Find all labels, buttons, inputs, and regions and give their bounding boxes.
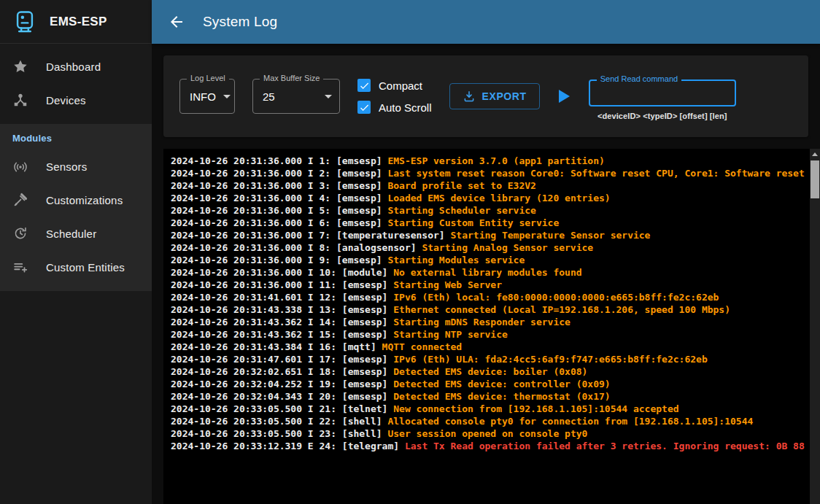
log-line: 2024-10-26 20:31:36.000 I 11: [emsesp] S… xyxy=(171,279,807,291)
log-line: 2024-10-26 20:31:36.000 I 7: [temperatur… xyxy=(171,229,807,241)
page-title: System Log xyxy=(203,14,277,30)
clock-refresh-icon xyxy=(12,225,28,241)
app-logo-icon xyxy=(12,9,38,35)
log-line-message: Starting Analog Sensor service xyxy=(422,242,593,253)
log-line-prefix: 2024-10-26 20:31:43.338 I 13: [emsesp] xyxy=(171,304,393,315)
playlist-add-icon xyxy=(12,259,28,275)
download-icon xyxy=(463,90,476,103)
log-line-prefix: 2024-10-26 20:31:36.000 I 8: [analogsens… xyxy=(171,242,422,253)
log-line: 2024-10-26 20:31:36.000 I 5: [emsesp] St… xyxy=(171,204,807,217)
compact-checkbox-row[interactable]: Compact xyxy=(357,79,432,92)
log-panel[interactable]: 2024-10-26 20:31:36.000 I 1: [emsesp] EM… xyxy=(163,149,820,504)
sidebar-item-label: Sensors xyxy=(46,160,87,173)
log-lines: 2024-10-26 20:31:36.000 I 1: [emsesp] EM… xyxy=(163,149,820,458)
compact-checkbox[interactable] xyxy=(357,79,371,92)
sidebar-item-label: Devices xyxy=(46,94,86,106)
log-line: 2024-10-26 20:31:41.601 I 12: [emsesp] I… xyxy=(171,291,807,303)
content: Log Level INFO Max Buffer Size 25 xyxy=(152,44,820,504)
log-line: 2024-10-26 20:32:02.651 I 18: [emsesp] D… xyxy=(171,365,807,378)
app-root: EMS-ESP Dashboard Devices xyxy=(0,0,820,504)
sidebar-modules-section: Modules Sensors xyxy=(0,124,152,291)
log-line: 2024-10-26 20:31:43.362 I 15: [emsesp] S… xyxy=(171,328,807,341)
autoscroll-checkbox-row[interactable]: Auto Scroll xyxy=(357,101,432,114)
play-icon[interactable] xyxy=(559,90,570,103)
appbar: System Log xyxy=(152,0,820,44)
log-line-message: Starting Temperature Sensor service xyxy=(451,230,651,241)
send-read-field: Send Read command xyxy=(589,80,736,106)
log-line: 2024-10-26 20:33:05.500 I 23: [shell] Us… xyxy=(171,427,807,440)
log-line: 2024-10-26 20:31:36.000 I 3: [emsesp] Bo… xyxy=(171,179,807,192)
sidebar-item-sensors[interactable]: Sensors xyxy=(0,150,152,183)
sidebar-item-label: Custom Entities xyxy=(46,261,125,274)
log-line: 2024-10-26 20:31:43.338 I 13: [emsesp] E… xyxy=(171,303,807,316)
triangle-up-icon xyxy=(812,152,818,156)
sidebar-item-customizations[interactable]: Customizations xyxy=(0,183,152,217)
main-area: System Log Log Level INFO Max Buffer Siz… xyxy=(152,0,820,504)
log-line: 2024-10-26 20:31:43.384 I 16: [mqtt] MQT… xyxy=(171,341,807,353)
autoscroll-checkbox[interactable] xyxy=(357,101,371,114)
log-line-message: Loaded EMS device library (120 entries) xyxy=(387,193,610,203)
max-buffer-select[interactable]: Max Buffer Size 25 xyxy=(252,79,340,114)
log-line-message: Starting NTP service xyxy=(393,329,508,340)
log-line-prefix: 2024-10-26 20:31:43.362 I 14: [emsesp] xyxy=(171,317,393,327)
log-line: 2024-10-26 20:31:36.000 I 1: [emsesp] EM… xyxy=(171,155,807,167)
log-line: 2024-10-26 20:31:36.000 I 2: [emsesp] La… xyxy=(171,167,807,179)
log-line-message: User session opened on console pty0 xyxy=(387,428,587,439)
sensors-icon xyxy=(12,158,28,174)
scrollbar-up-button[interactable] xyxy=(810,149,820,160)
log-line-prefix: 2024-10-26 20:33:05.500 I 21: [telnet] xyxy=(171,403,393,414)
sidebar-item-scheduler[interactable]: Scheduler xyxy=(0,217,152,250)
export-button[interactable]: EXPORT xyxy=(449,83,540,109)
check-icon xyxy=(359,80,370,91)
app-logo-row: EMS-ESP xyxy=(0,0,152,44)
log-line-prefix: 2024-10-26 20:33:05.500 I 22: [shell] xyxy=(171,416,387,427)
sidebar-item-devices[interactable]: Devices xyxy=(0,83,152,117)
app-title: EMS-ESP xyxy=(50,15,107,29)
log-line-prefix: 2024-10-26 20:31:36.000 I 2: [emsesp] xyxy=(171,168,387,179)
log-line-prefix: 2024-10-26 20:31:43.384 I 16: [mqtt] xyxy=(171,341,382,352)
autoscroll-checkbox-label: Auto Scroll xyxy=(379,101,432,114)
log-line-message: Starting Web Server xyxy=(393,279,502,290)
tools-icon xyxy=(12,192,28,208)
log-scrollbar[interactable] xyxy=(810,149,820,504)
log-level-label: Log Level xyxy=(187,74,229,82)
log-line-message: EMS-ESP version 3.7.0 (app1 partition) xyxy=(387,155,604,166)
log-line-message: Detected EMS device: thermostat (0x17) xyxy=(393,391,610,402)
log-line-prefix: 2024-10-26 20:31:47.601 I 17: [emsesp] xyxy=(171,354,393,365)
log-line: 2024-10-26 20:31:36.000 I 4: [emsesp] Lo… xyxy=(171,192,807,204)
log-line-message: Last system reset reason Core0: Software… xyxy=(387,168,807,179)
scrollbar-thumb[interactable] xyxy=(811,160,819,198)
log-line-message: Starting Custom Entity service xyxy=(387,217,559,228)
check-icon xyxy=(359,102,370,113)
log-line: 2024-10-26 20:32:04.343 I 20: [emsesp] D… xyxy=(171,390,807,403)
log-line-message: Last Tx Read operation failed after 3 re… xyxy=(405,441,805,451)
send-read-helper: <deviceID> <typeID> [offset] [len] xyxy=(597,112,727,120)
log-line-message: Starting mDNS Responder service xyxy=(393,317,570,327)
log-line-prefix: 2024-10-26 20:31:36.000 I 5: [emsesp] xyxy=(171,205,387,216)
chevron-down-icon xyxy=(325,95,332,98)
log-line-prefix: 2024-10-26 20:32:04.252 I 19: [emsesp] xyxy=(171,379,393,389)
log-line-message: IPv6 (Eth) local: fe80:0000:0000:0000:e6… xyxy=(393,292,719,303)
log-line-message: New connection from [192.168.1.105]:1054… xyxy=(393,403,678,414)
log-line-message: Detected EMS device: boiler (0x08) xyxy=(393,366,587,377)
log-line-message: IPv6 (Eth) ULA: fda2:4cc5:6af9:f747:e665… xyxy=(393,354,707,365)
log-level-select[interactable]: Log Level INFO xyxy=(179,79,235,114)
log-line: 2024-10-26 20:31:36.000 I 8: [analogsens… xyxy=(171,241,807,254)
sidebar-item-label: Customizations xyxy=(46,194,123,206)
sidebar-item-dashboard[interactable]: Dashboard xyxy=(0,50,152,83)
log-line-prefix: 2024-10-26 20:33:05.500 I 23: [shell] xyxy=(171,428,387,439)
sidebar-item-label: Dashboard xyxy=(46,61,101,73)
back-button[interactable] xyxy=(168,13,185,31)
log-line-prefix: 2024-10-26 20:31:36.000 I 11: [emsesp] xyxy=(171,279,393,290)
send-read-input[interactable] xyxy=(597,87,727,100)
send-read-label: Send Read command xyxy=(597,74,681,83)
log-line-prefix: 2024-10-26 20:31:36.000 I 6: [emsesp] xyxy=(171,217,387,228)
log-line-prefix: 2024-10-26 20:31:36.000 I 7: [temperatur… xyxy=(171,230,451,241)
log-line-message: Starting Scheduler service xyxy=(387,205,536,216)
compact-checkbox-label: Compact xyxy=(379,80,422,92)
log-line-prefix: 2024-10-26 20:31:36.000 I 3: [emsesp] xyxy=(171,180,387,191)
sidebar-nav: Dashboard Devices xyxy=(0,44,152,117)
log-line-message: Allocated console pty0 for connection fr… xyxy=(387,416,753,427)
sidebar-item-custom-entities[interactable]: Custom Entities xyxy=(0,250,152,284)
log-line-message: MQTT connected xyxy=(382,341,463,352)
